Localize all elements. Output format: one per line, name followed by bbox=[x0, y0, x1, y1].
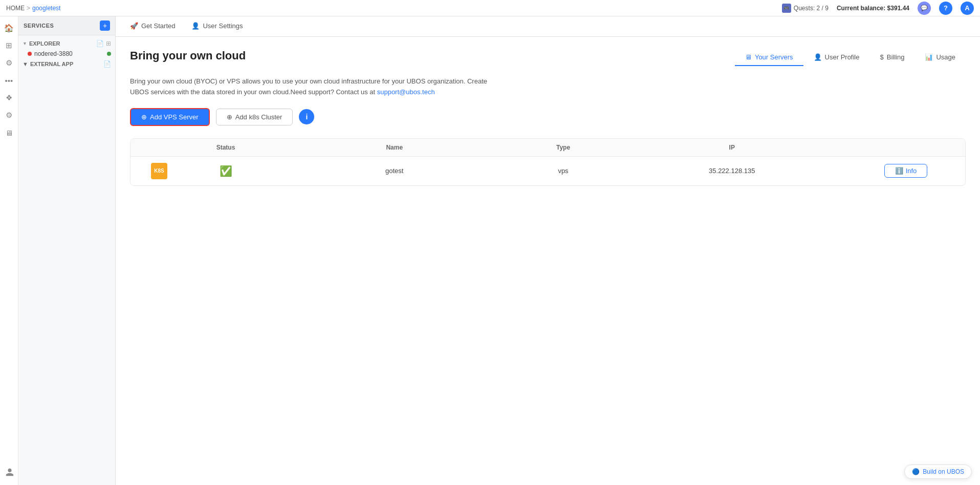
user-profile-icon: 👤 bbox=[814, 53, 822, 61]
add-k8s-button[interactable]: ⊕ Add k8s Cluster bbox=[216, 109, 293, 125]
external-text: EXTERNAL APP bbox=[30, 61, 73, 67]
server-action-cell: ℹ️ Info bbox=[855, 164, 957, 178]
add-k8s-plus-icon: ⊕ bbox=[227, 113, 232, 121]
server-icon-cell: K8S bbox=[139, 163, 180, 179]
tab-user-settings-label: User Settings bbox=[203, 22, 243, 30]
header-icon bbox=[139, 144, 180, 151]
nav-gear-icon[interactable]: ⚙ bbox=[2, 55, 17, 71]
add-service-button[interactable]: + bbox=[100, 20, 110, 31]
quests-label: Quests: 2 / 9 bbox=[794, 5, 829, 12]
quests-badge[interactable]: 🎮 Quests: 2 / 9 bbox=[782, 4, 829, 13]
header-ip: IP bbox=[609, 144, 855, 151]
info-button-icon: ℹ️ bbox=[895, 167, 903, 175]
page-title-section: Bring your own cloud bbox=[130, 49, 246, 62]
add-vps-button[interactable]: ⊕ Add VPS Server bbox=[130, 108, 210, 126]
header-name: Name bbox=[272, 144, 517, 151]
nav-home-icon[interactable]: 🏠 bbox=[2, 20, 17, 36]
nav-grid-icon[interactable]: ⊞ bbox=[2, 38, 17, 53]
content-area: 🚀 Get Started 👤 User Settings Bring your… bbox=[116, 16, 980, 485]
billing-icon: $ bbox=[880, 53, 884, 61]
explorer-label: ▼ EXPLORER bbox=[23, 40, 60, 47]
breadcrumb: HOME > googletest bbox=[6, 5, 779, 12]
table-row: K8S ✅ gotest vps 35.222.128.135 ℹ️ Info bbox=[130, 157, 965, 185]
breadcrumb-home[interactable]: HOME bbox=[6, 5, 25, 12]
page-header: Bring your own cloud 🖥 Your Servers 👤 Us… bbox=[130, 49, 966, 66]
explorer-section[interactable]: ▼ EXPLORER 📄 ⊞ bbox=[18, 38, 115, 49]
build-on-ubos-label: Build on UBOS bbox=[923, 468, 964, 475]
icon-sidebar: 🏠 ⊞ ⚙ ••• ❖ ⚙ 🖥 bbox=[0, 16, 18, 485]
usage-icon: 📊 bbox=[925, 53, 933, 61]
user-avatar[interactable]: A bbox=[961, 2, 974, 15]
support-email-link[interactable]: support@ubos.tech bbox=[377, 88, 435, 96]
header-type: Type bbox=[517, 144, 609, 151]
tab-get-started-label: Get Started bbox=[141, 22, 175, 30]
explorer-text: EXPLORER bbox=[29, 40, 60, 47]
balance-value: $391.44 bbox=[887, 5, 909, 12]
explorer-copy-icon[interactable]: ⊞ bbox=[106, 40, 111, 47]
tab-usage[interactable]: 📊 Usage bbox=[914, 49, 966, 66]
external-app-section[interactable]: ▼ EXTERNAL APP 📄 bbox=[18, 59, 115, 69]
explorer-arrow: ▼ bbox=[23, 41, 27, 46]
service-name: nodered-3880 bbox=[34, 50, 73, 57]
servers-table: Status Name Type IP K8S ✅ gotest bbox=[130, 138, 966, 186]
page-title: Bring your own cloud bbox=[130, 49, 246, 62]
tab-user-profile[interactable]: 👤 User Profile bbox=[803, 49, 870, 66]
external-arrow: ▼ bbox=[23, 61, 28, 67]
table-header: Status Name Type IP bbox=[130, 139, 965, 157]
topbar: HOME > googletest 🎮 Quests: 2 / 9 Curren… bbox=[0, 0, 980, 16]
service-status-dot bbox=[28, 52, 32, 56]
nav-dots-icon[interactable]: ••• bbox=[2, 73, 17, 88]
info-circle-button[interactable]: i bbox=[299, 109, 314, 124]
user-bottom-icon[interactable] bbox=[3, 466, 16, 479]
content-inner: Bring your own cloud 🖥 Your Servers 👤 Us… bbox=[116, 37, 980, 485]
chat-icon[interactable]: 💬 bbox=[918, 2, 931, 15]
nav-settings2-icon[interactable]: ⚙ bbox=[2, 108, 17, 123]
your-servers-icon: 🖥 bbox=[745, 53, 752, 61]
server-ip-cell: 35.222.128.135 bbox=[609, 167, 855, 175]
ubos-icon: 🔵 bbox=[912, 468, 920, 475]
add-vps-plus-icon: ⊕ bbox=[141, 113, 147, 121]
server-type-cell: vps bbox=[517, 167, 609, 175]
header-status: Status bbox=[180, 144, 272, 151]
quests-icon: 🎮 bbox=[782, 4, 791, 13]
tab-user-settings[interactable]: 👤 User Settings bbox=[183, 16, 251, 37]
external-label: ▼ EXTERNAL APP bbox=[23, 61, 73, 67]
your-servers-label: Your Servers bbox=[755, 53, 793, 61]
help-icon[interactable]: ? bbox=[939, 2, 952, 15]
usage-label: Usage bbox=[936, 53, 955, 61]
tab-bar: 🚀 Get Started 👤 User Settings bbox=[116, 16, 980, 37]
nav-apps-icon[interactable]: ❖ bbox=[2, 90, 17, 106]
page-description: Bring your own cloud (BYOC) or VPS allow… bbox=[130, 76, 488, 98]
services-title: SERVICES bbox=[24, 23, 54, 29]
breadcrumb-current[interactable]: googletest bbox=[32, 5, 60, 12]
balance-label: Current balance: bbox=[837, 5, 885, 12]
server-name-cell: gotest bbox=[272, 167, 517, 175]
tab-billing[interactable]: $ Billing bbox=[870, 49, 915, 66]
nodered-service-item[interactable]: nodered-3880 bbox=[18, 49, 115, 59]
info-button-label: Info bbox=[906, 167, 917, 175]
header-action bbox=[855, 144, 957, 151]
services-list: ▼ EXPLORER 📄 ⊞ nodered-3880 ▼ EXTERNAL A… bbox=[18, 35, 115, 72]
explorer-file-icon[interactable]: 📄 bbox=[96, 40, 104, 47]
balance-display: Current balance: $391.44 bbox=[837, 5, 909, 12]
services-header: SERVICES + bbox=[18, 16, 115, 35]
nav-monitor-icon[interactable]: 🖥 bbox=[2, 125, 17, 140]
external-add-icon[interactable]: 📄 bbox=[103, 60, 111, 68]
k8s-icon: K8S bbox=[151, 163, 167, 179]
build-on-ubos-button[interactable]: 🔵 Build on UBOS bbox=[904, 465, 972, 479]
tab-get-started[interactable]: 🚀 Get Started bbox=[122, 16, 183, 37]
action-bar: ⊕ Add VPS Server ⊕ Add k8s Cluster i bbox=[130, 108, 966, 126]
explorer-actions: 📄 ⊞ bbox=[96, 40, 111, 47]
billing-label: Billing bbox=[887, 53, 905, 61]
user-settings-icon: 👤 bbox=[191, 22, 200, 30]
tab-your-servers[interactable]: 🖥 Your Servers bbox=[735, 49, 803, 66]
service-online-dot bbox=[107, 52, 111, 56]
breadcrumb-separator: > bbox=[27, 5, 30, 12]
info-button[interactable]: ℹ️ Info bbox=[884, 164, 928, 178]
add-vps-label: Add VPS Server bbox=[150, 113, 199, 121]
services-panel: SERVICES + ▼ EXPLORER 📄 ⊞ nodered-3880 bbox=[18, 16, 116, 485]
topbar-right: 🎮 Quests: 2 / 9 Current balance: $391.44… bbox=[782, 2, 974, 15]
build-on-ubos-bar: 🔵 Build on UBOS bbox=[904, 465, 972, 479]
main-layout: 🏠 ⊞ ⚙ ••• ❖ ⚙ 🖥 SERVICES + ▼ EXPLORER 📄 … bbox=[0, 16, 980, 485]
top-tabs: 🖥 Your Servers 👤 User Profile $ Billing … bbox=[735, 49, 966, 66]
